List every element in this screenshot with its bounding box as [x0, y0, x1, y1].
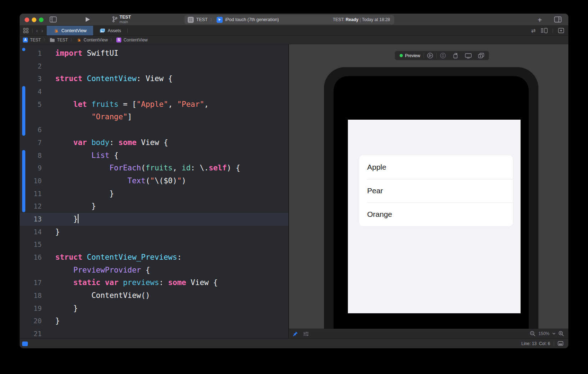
sidebar-toggle-icon[interactable] [50, 16, 57, 23]
code-line[interactable]: 7 var body: some View { [20, 136, 288, 149]
code-line[interactable]: 13 } [20, 213, 288, 226]
keyboard-display-icon[interactable] [558, 341, 563, 346]
rotate-device-icon[interactable] [449, 53, 462, 59]
sliders-icon[interactable] [303, 331, 309, 336]
forward-chevron-icon[interactable]: › [41, 28, 43, 34]
code-line[interactable]: "Orange"] [20, 111, 288, 124]
code-line[interactable]: 20} [20, 315, 288, 328]
swiftui-file-icon: S [116, 38, 121, 43]
code-line[interactable]: 1import SwiftUI [20, 47, 288, 60]
scheme-app-icon[interactable] [188, 17, 194, 23]
list-row[interactable]: Pear [359, 179, 513, 203]
line-number: 20 [20, 315, 47, 328]
chevron-right-icon: 〉 [70, 38, 74, 43]
build-status: TEST: Ready | Today at 18:28 [333, 17, 390, 22]
run-play-icon[interactable] [85, 17, 90, 22]
line-number: 3 [20, 73, 47, 85]
code-line[interactable]: 14} [20, 226, 288, 239]
breadcrumb[interactable]: A TEST [23, 38, 41, 43]
code-line[interactable]: 9 ForEach(fruits, id: \.self) { [20, 162, 288, 175]
code-line[interactable]: 16struct ContentView_Previews: [20, 251, 288, 264]
tab-contentview[interactable]: ContentView [47, 26, 93, 35]
code-lines[interactable]: 1import SwiftUI23struct ContentView: Vie… [20, 47, 288, 338]
code-line[interactable]: 5 let fruits = ["Apple", "Pear", [20, 98, 288, 111]
breadcrumb[interactable]: TEST [50, 38, 68, 43]
zoom-out-icon[interactable] [530, 331, 536, 336]
main-split: 1import SwiftUI23struct ContentView: Vie… [20, 44, 568, 338]
inspector-toggle-icon[interactable] [554, 16, 562, 23]
chevron-right-icon: 〉 [44, 38, 47, 43]
code-line[interactable]: 2 [20, 60, 288, 73]
run-destination[interactable]: iPod touch (7th generation) [225, 17, 279, 22]
line-number: 13 [20, 213, 47, 226]
line-number: 14 [20, 226, 47, 239]
divider [127, 28, 128, 33]
tab-label: Assets [108, 28, 121, 33]
pin-icon[interactable] [293, 331, 298, 336]
zoom-in-icon[interactable] [558, 331, 564, 336]
line-number: 12 [20, 200, 47, 213]
chevron-right-icon: 〉 [110, 38, 114, 43]
code-line[interactable]: 19 } [20, 302, 288, 315]
line-number: 5 [20, 98, 47, 111]
tab-assets[interactable]: Assets [93, 26, 128, 35]
code-line[interactable]: 18 ContentView() [20, 289, 288, 302]
text-cursor [78, 214, 78, 223]
source-control-change-badge[interactable] [22, 341, 28, 346]
device-bezel: ApplePearOrange [323, 66, 539, 329]
line-number: 10 [20, 175, 47, 188]
line-col-indicator: Line: 13 Col: 6 [521, 341, 550, 346]
source-control-branch[interactable]: TEST main [112, 15, 131, 24]
minimap-icon[interactable] [541, 28, 548, 33]
zoom-window-button[interactable] [39, 18, 44, 22]
code-line[interactable]: 3struct ContentView: View { [20, 73, 288, 85]
editor-grid-icon[interactable] [23, 28, 29, 33]
tab-label: ContentView [61, 28, 87, 33]
code-line[interactable]: 8 List { [20, 149, 288, 162]
chevron-down-icon[interactable] [552, 333, 556, 335]
line-number: 17 [20, 276, 47, 289]
swap-arrows-icon[interactable]: ⇄ [531, 28, 536, 34]
add-editor-icon[interactable] [558, 28, 564, 33]
live-preview-icon[interactable] [424, 53, 436, 59]
device-display-icon[interactable] [462, 53, 475, 59]
duplicate-preview-icon[interactable] [475, 53, 487, 59]
code-line[interactable]: 21 [20, 328, 288, 338]
line-number [20, 111, 47, 124]
breadcrumb[interactable]: S ContentView [116, 38, 148, 43]
line-number: 8 [20, 149, 47, 162]
app-icon: A [23, 38, 28, 43]
zoom-level[interactable]: 150% [538, 331, 549, 336]
list-row[interactable]: Orange [359, 203, 513, 226]
code-line[interactable]: 15 [20, 238, 288, 251]
divider [553, 28, 553, 33]
list-row[interactable]: Apple [359, 155, 513, 179]
code-line[interactable]: 6 [20, 124, 288, 136]
close-window-button[interactable] [25, 18, 29, 22]
back-chevron-icon[interactable]: ‹ [36, 28, 38, 34]
scheme-name[interactable]: TEST [196, 17, 208, 22]
code-line[interactable]: 4 [20, 85, 288, 98]
line-number: 21 [20, 328, 47, 338]
app-preview[interactable]: ApplePearOrange [348, 120, 521, 313]
minimize-window-button[interactable] [32, 18, 36, 22]
line-number: 16 [20, 251, 47, 264]
device-screen: ApplePearOrange [334, 76, 529, 329]
line-number: 4 [20, 85, 47, 98]
divider [554, 341, 554, 346]
code-line[interactable]: 12 } [20, 200, 288, 213]
swiftui-list[interactable]: ApplePearOrange [359, 155, 513, 226]
swift-icon [53, 28, 59, 34]
line-number: 18 [20, 289, 47, 302]
line-number: 1 [20, 47, 47, 60]
code-line[interactable]: PreviewProvider { [20, 264, 288, 277]
source-editor[interactable]: 1import SwiftUI23struct ContentView: Vie… [20, 44, 288, 338]
code-line[interactable]: 11 } [20, 188, 288, 200]
add-tab-icon[interactable]: + [538, 16, 542, 24]
code-line[interactable]: 17 static var previews: some View { [20, 276, 288, 289]
preview-device-icon[interactable] [437, 53, 449, 59]
line-number: 6 [20, 124, 47, 136]
code-line[interactable]: 10 Text("\($0)") [20, 175, 288, 188]
simulator-icon [217, 17, 223, 23]
breadcrumb[interactable]: ContentView [76, 38, 108, 43]
